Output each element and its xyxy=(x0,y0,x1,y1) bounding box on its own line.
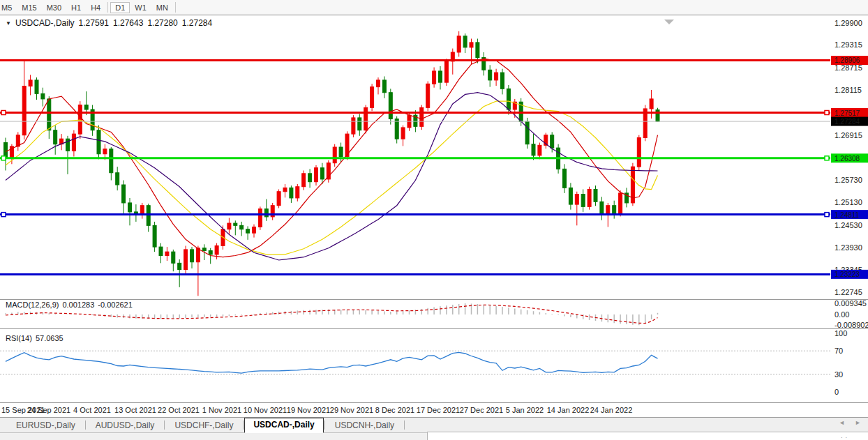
macd-main-value: 0.001283 xyxy=(62,301,94,309)
ohlc-low: 1.27280 xyxy=(147,18,177,28)
date-axis-label: 17 Dec 2021 xyxy=(417,406,460,414)
candle-body xyxy=(339,147,343,157)
timeframe-button-H4[interactable]: H4 xyxy=(86,2,105,13)
timeframe-button-W1[interactable]: W1 xyxy=(130,2,151,13)
candle-body xyxy=(302,174,306,187)
candle-body xyxy=(215,245,218,254)
price-axis-tick: 1.22745 xyxy=(835,288,862,296)
candle-body xyxy=(165,252,169,255)
candle-body xyxy=(619,193,622,213)
candle-body xyxy=(600,202,604,215)
rsi-panel: 10070300 xyxy=(0,329,847,396)
rsi-axis-tick: 70 xyxy=(835,347,843,355)
candle-body xyxy=(333,147,336,163)
candle-body xyxy=(613,206,616,213)
tabs-scroll-right-icon[interactable]: ► xyxy=(855,419,861,426)
tabs-scroll-left-icon[interactable]: ◄ xyxy=(839,419,845,426)
tab-audusddaily[interactable]: AUDUSD-,Daily xyxy=(87,418,164,432)
candle-body xyxy=(116,173,119,185)
candle-body xyxy=(457,36,461,52)
date-axis-label: 1 Nov 2021 xyxy=(202,406,241,414)
candle-body xyxy=(433,71,436,84)
timeframe-toolbar: M5M15M30H1H4D1W1MN xyxy=(0,0,868,15)
candle-body xyxy=(320,168,324,179)
tab-usdchfdaily[interactable]: USDCHF-,Daily xyxy=(165,418,242,432)
candle-body xyxy=(258,209,262,227)
candle-body xyxy=(656,110,659,122)
ohlc-open: 1.27591 xyxy=(79,18,109,28)
ma-line-medium xyxy=(6,101,658,255)
price-axis-tick: 1.28115 xyxy=(835,86,862,94)
candle-body xyxy=(196,248,200,262)
price-axis-tick: 1.26915 xyxy=(835,131,862,139)
price-line-label[interactable]: 1.27517 xyxy=(835,109,860,117)
price-line-label[interactable]: 1.28906 xyxy=(835,56,860,64)
hline-anchor-icon[interactable] xyxy=(825,213,829,217)
tab-eurusddaily[interactable]: EURUSD-,Daily xyxy=(7,418,84,432)
macd-label: MACD(12,26,9) 0.001283 -0.002621 xyxy=(6,301,133,309)
candle-body xyxy=(650,99,653,109)
toolbar-separator xyxy=(107,2,108,13)
candle-body xyxy=(382,80,386,93)
candle-body xyxy=(209,251,212,255)
grip-dots-icon: .. xyxy=(841,432,850,439)
candle-body xyxy=(532,144,535,155)
candle-body xyxy=(358,118,361,130)
price-line-label[interactable]: 1.24811 xyxy=(835,211,860,219)
date-axis-label: 22 Oct 2021 xyxy=(158,406,200,414)
bottom-white-panel: .. xyxy=(427,432,868,440)
chart-shift-icon[interactable] xyxy=(664,20,674,24)
candle-body xyxy=(308,174,312,182)
date-axis-label: 5 Jan 2022 xyxy=(506,406,544,414)
candle-body xyxy=(401,128,405,139)
candle-body xyxy=(72,134,75,151)
price-line-label[interactable]: 1.23223 xyxy=(835,271,860,278)
candle-body xyxy=(581,195,585,207)
candle-body xyxy=(240,225,244,229)
date-axis-label: 27 Dec 2021 xyxy=(460,406,503,414)
candles xyxy=(4,31,660,296)
candle-body xyxy=(283,188,287,191)
timeframe-button-M5[interactable]: M5 xyxy=(0,2,17,13)
candle-body xyxy=(172,252,175,263)
price-axis-tick: 1.24530 xyxy=(835,221,862,229)
candle-body xyxy=(159,247,163,255)
candle-body xyxy=(594,189,597,202)
candle-body xyxy=(97,130,100,154)
candle-body xyxy=(476,43,479,58)
hline-anchor-icon[interactable] xyxy=(1,111,6,115)
candle-body xyxy=(470,43,473,47)
candle-body xyxy=(4,143,8,158)
toolbar-separator xyxy=(175,2,176,13)
hline-anchor-icon[interactable] xyxy=(825,156,829,160)
hline-anchor-icon[interactable] xyxy=(1,213,6,217)
rsi-label: RSI(14) 57.0635 xyxy=(6,334,63,342)
date-axis-label: 4 Oct 2021 xyxy=(73,406,111,414)
chart-canvas[interactable]: 1.299001.293151.287151.281151.269151.257… xyxy=(0,0,868,440)
price-line-label[interactable]: 1.26308 xyxy=(835,155,860,162)
timeframe-button-M15[interactable]: M15 xyxy=(17,2,41,13)
candle-body xyxy=(47,99,51,130)
ma-line-slow xyxy=(6,93,658,260)
rsi-line xyxy=(6,352,658,373)
candle-body xyxy=(426,84,430,107)
candle-body xyxy=(389,93,392,119)
macd-panel: 0.0093450.00-0.008902 xyxy=(6,299,868,329)
candle-body xyxy=(78,105,82,135)
timeframe-button-D1[interactable]: D1 xyxy=(110,2,130,13)
price-axis-tick: 1.29315 xyxy=(835,40,862,49)
timeframe-button-M30[interactable]: M30 xyxy=(42,2,66,13)
tab-usdcnhdaily[interactable]: USDCNH-,Daily xyxy=(326,418,403,432)
tab-usdcaddaily[interactable]: USDCAD-,Daily xyxy=(244,418,323,433)
rsi-value: 57.0635 xyxy=(36,334,63,342)
objects-dropdown-icon[interactable]: ▼ xyxy=(6,20,11,26)
hline-anchor-icon[interactable] xyxy=(825,111,829,115)
hline-anchor-icon[interactable] xyxy=(1,156,6,160)
candle-body xyxy=(35,80,38,93)
ohlc-high: 1.27643 xyxy=(113,18,143,28)
timeframe-button-H1[interactable]: H1 xyxy=(66,2,86,13)
timeframe-button-MN[interactable]: MN xyxy=(151,2,173,13)
candle-body xyxy=(588,189,591,206)
candle-body xyxy=(277,192,280,206)
candle-body xyxy=(178,263,181,269)
